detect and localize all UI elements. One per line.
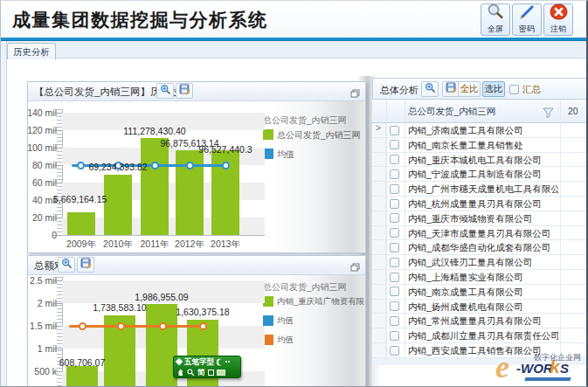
x-tick-label: 2013年 [204, 238, 246, 251]
y-tick-mark [53, 280, 62, 281]
chart1-restore-icon[interactable] [350, 86, 360, 101]
moon-icon[interactable] [217, 354, 223, 370]
zoom-in-icon [160, 83, 171, 99]
row-selector-cell [372, 328, 386, 342]
row-checkbox[interactable] [390, 184, 399, 194]
save-icon [446, 81, 457, 97]
magnifier-icon [487, 3, 504, 24]
filter-icon[interactable] [543, 106, 554, 121]
row-checkbox[interactable] [390, 273, 399, 282]
summary-checkbox[interactable] [509, 85, 519, 94]
overall-analysis-toolbar: 总体分析 全比 选比 汇总 [372, 78, 587, 100]
row-checkbox[interactable] [390, 346, 399, 356]
y-tick-mark [53, 349, 62, 349]
y-tick-mark [53, 148, 62, 149]
summary-label: 汇总 [522, 84, 541, 96]
row-selector-cell [372, 343, 386, 357]
hand-icon[interactable] [176, 364, 184, 380]
y-tick-mark [53, 326, 62, 327]
search-icon[interactable] [187, 364, 195, 380]
chart2-zoom-button[interactable] [58, 257, 75, 273]
row-company-name: 内销_南京成量工具有限公司 [408, 287, 558, 299]
collapsed-side-panel[interactable] [1, 41, 7, 387]
row-checkbox[interactable] [390, 243, 399, 252]
fullscreen-button[interactable]: 全屏 [481, 3, 510, 36]
table-save-button[interactable] [442, 81, 460, 97]
average-line-marker [117, 322, 125, 330]
row-selector-cell: > [372, 123, 386, 137]
row-checkbox[interactable] [390, 287, 399, 296]
bar-value-label: 1,630,375.18 [168, 307, 238, 317]
row-checkbox[interactable] [390, 126, 399, 135]
row-checkbox[interactable] [390, 213, 399, 223]
row-selector-cell [372, 285, 386, 299]
bar-2009年 [67, 212, 95, 235]
tab-history-analysis[interactable]: 历史分析 [7, 43, 56, 59]
row-selector-cell [372, 270, 386, 284]
row-checkbox[interactable] [390, 228, 399, 238]
dots-icon [225, 361, 230, 363]
table-zoom-button[interactable] [421, 81, 439, 97]
chart1-zoom-button[interactable] [156, 83, 174, 99]
logout-button[interactable]: 注销 [543, 3, 573, 36]
legend-label: 均值 [277, 335, 365, 346]
y-tick-label: 1.5 mil [24, 321, 57, 331]
row-company-name: 内销_宁波成量工具制造有限公司 [408, 169, 558, 181]
legend-label[interactable]: 内销_重庆靖广物资有限公司 [277, 296, 365, 308]
save-icon [80, 257, 92, 273]
chart2-save-button[interactable] [77, 257, 94, 273]
row-company-name: 内销_天津市成量量具刃具有限公司 [408, 228, 558, 240]
y-tick-mark [53, 183, 62, 183]
bar-value-label: 96,527,440.3 [190, 144, 260, 155]
row-checkbox[interactable] [390, 331, 399, 341]
bar-2010年 [104, 175, 132, 235]
y-tick-label: 0 [24, 230, 57, 240]
compare-all-button[interactable]: 全比 [458, 81, 481, 97]
row-selector-cell [372, 138, 386, 152]
row-checkbox[interactable] [390, 301, 399, 311]
chart2-restore-icon[interactable] [350, 259, 360, 275]
bar-value-label: 69,234,393.82 [83, 162, 153, 172]
fullscreen-label: 全屏 [488, 24, 503, 34]
compare-selected-button[interactable]: 选比 [482, 81, 505, 97]
bar-value-label: 608,706.07 [47, 357, 117, 368]
y-tick-mark [53, 371, 62, 372]
watermark-bar [524, 377, 571, 381]
zoom-in-icon [61, 257, 73, 273]
table-grid-line [405, 100, 405, 358]
chart1-save-button[interactable] [176, 83, 193, 99]
row-selector-cell [372, 300, 386, 314]
close-icon [550, 3, 568, 24]
row-selector-cell [372, 255, 386, 269]
row-company-name: 内销_常州成量量具刃具有限公司 [408, 315, 558, 328]
save-icon [179, 83, 190, 99]
average-line-marker [79, 322, 86, 330]
ime-toolbar[interactable]: 五笔字型 简 [173, 356, 241, 378]
row-company-name: 内销_重庆本城机电工具有限公司 [408, 155, 558, 167]
table-column-company: 总公司发货_内销三网 [408, 106, 495, 118]
bar-value-label: 1,986,955.09 [127, 292, 197, 302]
password-button[interactable]: 密码 [512, 3, 542, 36]
punctuation-icon[interactable] [208, 370, 214, 376]
row-checkbox[interactable] [390, 316, 399, 326]
legend-label[interactable]: 总公司发货_内销三网 [277, 129, 365, 142]
row-checkbox[interactable] [390, 155, 399, 164]
average-line-marker [222, 162, 230, 169]
y-tick-label: 2 mil [24, 298, 57, 308]
zoom-in-icon [425, 81, 436, 97]
row-company-name: 内销_扬州成量机电有限公司 [408, 301, 558, 314]
app-window: 成量集团数据挖掘与分析系统 全屏 密码 注销 历史分析 【总公司发货_内销三网】… [0, 0, 588, 387]
y-tick-label: 100 mil [24, 142, 57, 153]
overall-analysis-title: 总体分析 [380, 84, 419, 97]
y-tick-label: 120 mil [24, 125, 57, 135]
row-checkbox[interactable] [390, 169, 399, 179]
legend-title: 总公司发货_内销三网 [263, 114, 347, 127]
ime-simplified-label[interactable]: 简 [197, 367, 205, 377]
row-company-name: 内销_济南成量工具有限公司 [408, 125, 558, 137]
y-tick-label: 40 mil [24, 195, 57, 205]
row-checkbox[interactable] [390, 258, 399, 267]
row-checkbox[interactable] [390, 199, 399, 209]
keyboard-icon[interactable] [217, 370, 225, 376]
row-checkbox[interactable] [390, 140, 399, 149]
tab-strip [1, 41, 588, 59]
